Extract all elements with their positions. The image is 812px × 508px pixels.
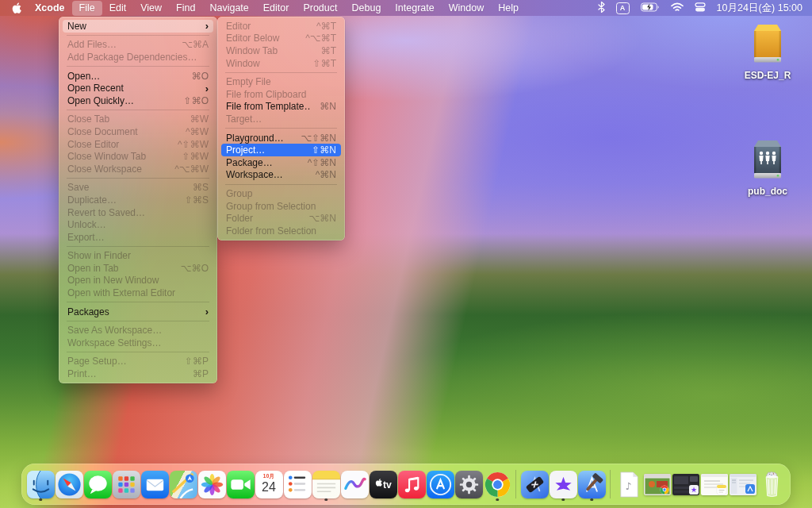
menu-item-label: Workspace Settings… bbox=[67, 337, 199, 348]
separator bbox=[67, 110, 209, 110]
dock-facetime[interactable] bbox=[226, 468, 255, 501]
file-menu-item-packages[interactable]: Packages bbox=[63, 306, 213, 318]
dock-imovie[interactable] bbox=[549, 468, 577, 501]
dock-photos[interactable] bbox=[197, 468, 226, 501]
file-menu-item-open[interactable]: Open… ⌘O bbox=[63, 70, 213, 83]
desktop-icon-label: pub_doc bbox=[748, 186, 787, 197]
menubar-menu-navigate[interactable]: Navigate bbox=[202, 1, 255, 16]
running-indicator bbox=[324, 498, 327, 502]
dock-xcode[interactable] bbox=[577, 468, 606, 501]
bluetooth-icon[interactable] bbox=[598, 2, 605, 15]
new-submenu-item-project[interactable]: Project… ⇧⌘N bbox=[221, 144, 341, 156]
menubar-menu-window[interactable]: Window bbox=[442, 1, 491, 16]
menu-title: Debug bbox=[352, 2, 381, 13]
file-menu-item-revert-to-saved: Revert to Saved… bbox=[63, 206, 213, 219]
svg-text:♪: ♪ bbox=[625, 480, 631, 492]
menubar-menu-product[interactable]: Product bbox=[296, 1, 344, 16]
menubar-menu-integrate[interactable]: Integrate bbox=[388, 1, 441, 16]
dock-minimized-notes-window[interactable] bbox=[700, 468, 729, 501]
menubar-clock[interactable]: 10月24日(金) 15:00 bbox=[717, 2, 802, 15]
menubar-menus: FileEditViewFindNavigateEditorProductDeb… bbox=[72, 1, 526, 16]
minimized-xcode-window-thumbnail bbox=[730, 474, 756, 495]
separator bbox=[67, 66, 209, 67]
dock-calendar[interactable]: 10月24 bbox=[255, 468, 283, 501]
dock-messages[interactable] bbox=[83, 468, 112, 501]
maps-icon bbox=[170, 471, 197, 498]
dock-launchpad[interactable] bbox=[112, 468, 140, 501]
menu-item-shortcut: ^⌥⌘T bbox=[305, 33, 336, 44]
dock-appstore[interactable] bbox=[426, 468, 454, 501]
menu-item-shortcut: ⇧⌘N bbox=[312, 144, 336, 156]
running-indicator bbox=[590, 498, 593, 502]
new-submenu-item-playground[interactable]: Playground… ⌥⇧⌘N bbox=[221, 132, 341, 144]
dock-appletv[interactable]: tv bbox=[369, 468, 397, 501]
dock-settings[interactable] bbox=[454, 468, 483, 501]
menu-item-label: Page Setup… bbox=[67, 356, 175, 367]
running-indicator bbox=[496, 498, 499, 502]
desktop-icon-esd-ej-r[interactable]: ESD-EJ_R bbox=[734, 24, 801, 81]
file-menu-item-open-quickly[interactable]: Open Quickly… ⇧⌘O bbox=[63, 94, 213, 107]
menu-item-label: Close Editor bbox=[67, 139, 168, 150]
menu-title: Help bbox=[498, 2, 519, 13]
menu-item-label: Open in Tab bbox=[67, 263, 171, 274]
dock-dev-tool[interactable] bbox=[520, 468, 549, 501]
input-source-icon[interactable]: A bbox=[616, 2, 630, 14]
imovie-icon bbox=[550, 471, 577, 498]
dock-freeform[interactable] bbox=[340, 468, 369, 501]
menu-item-label: Close Window Tab bbox=[67, 151, 173, 162]
menubar-menu-help[interactable]: Help bbox=[491, 1, 526, 16]
menubar-menu-find[interactable]: Find bbox=[169, 1, 202, 16]
menu-item-label: Show in Finder bbox=[67, 250, 199, 261]
reminders-icon bbox=[284, 471, 312, 498]
app-menu-title[interactable]: Xcode bbox=[28, 1, 72, 15]
stack-icon[interactable] bbox=[695, 2, 706, 14]
menu-item-label: Workspace… bbox=[226, 169, 306, 180]
menu-item-label: File from Clipboard bbox=[226, 89, 327, 100]
menubar-menu-view[interactable]: View bbox=[133, 1, 169, 16]
menu-item-shortcut: ⌘P bbox=[193, 368, 209, 379]
new-submenu-item-workspace[interactable]: Workspace… ^⌘N bbox=[221, 169, 341, 182]
dock-minimized-imovie-window[interactable]: ★ bbox=[672, 468, 700, 501]
menubar-menu-edit[interactable]: Edit bbox=[102, 1, 134, 16]
menu-item-label: Project… bbox=[226, 144, 302, 156]
separator bbox=[515, 470, 516, 498]
file-menu-item-close-window-tab: Close Window Tab ⇧⌘W bbox=[63, 150, 213, 163]
file-menu-item-workspace-settings: Workspace Settings… bbox=[63, 337, 213, 349]
separator bbox=[67, 352, 209, 352]
menu-item-label: Folder from Selection bbox=[226, 225, 327, 237]
app-store-icon bbox=[427, 471, 454, 498]
new-submenu-item-editor: Editor ^⌘T bbox=[221, 20, 341, 33]
desktop-icon-pub-doc[interactable]: pub_doc bbox=[734, 140, 801, 197]
menu-item-shortcut: ⌘O bbox=[192, 71, 209, 82]
music-file-icon: ♪ bbox=[615, 471, 643, 498]
dock-minimized-xcode-window[interactable] bbox=[729, 468, 757, 501]
new-submenu-item-package[interactable]: Package… ^⇧⌘N bbox=[221, 156, 341, 169]
running-indicator bbox=[561, 498, 565, 502]
dock-mail[interactable] bbox=[140, 468, 169, 501]
dock-music[interactable] bbox=[397, 468, 426, 501]
dock-chrome[interactable] bbox=[483, 468, 511, 501]
menu-title: Window bbox=[449, 2, 484, 13]
dock-notes[interactable] bbox=[312, 468, 340, 501]
dock-safari[interactable] bbox=[55, 468, 83, 501]
dock-finder[interactable] bbox=[26, 468, 55, 501]
menubar-menu-editor[interactable]: Editor bbox=[256, 1, 297, 16]
dock-minimized-chrome-window[interactable] bbox=[643, 468, 672, 501]
file-menu-item-close-document: Close Document ^⌘W bbox=[63, 125, 213, 138]
file-menu-item-open-recent[interactable]: Open Recent bbox=[63, 82, 213, 94]
file-menu-item-new[interactable]: New bbox=[63, 20, 213, 33]
new-submenu-item-file-from-template[interactable]: File from Template… ⌘N bbox=[221, 101, 341, 114]
dock-music-file[interactable]: ♪ bbox=[615, 468, 643, 501]
submenu-arrow-icon bbox=[205, 306, 209, 317]
menubar-menu-debug[interactable]: Debug bbox=[345, 1, 389, 16]
apple-menu-icon[interactable] bbox=[10, 2, 28, 14]
battery-icon[interactable] bbox=[641, 2, 660, 14]
menu-item-label: Open with External Editor bbox=[67, 287, 199, 298]
dock-maps[interactable] bbox=[169, 468, 197, 501]
dock-reminders[interactable] bbox=[283, 468, 312, 501]
menubar-menu-file[interactable]: File bbox=[72, 1, 102, 16]
dock-trash[interactable] bbox=[757, 468, 786, 501]
wifi-icon[interactable] bbox=[671, 2, 684, 14]
menu-item-shortcut: ^⌘N bbox=[316, 169, 336, 180]
file-menu-item-save-as-workspace: Save As Workspace… bbox=[63, 324, 213, 337]
